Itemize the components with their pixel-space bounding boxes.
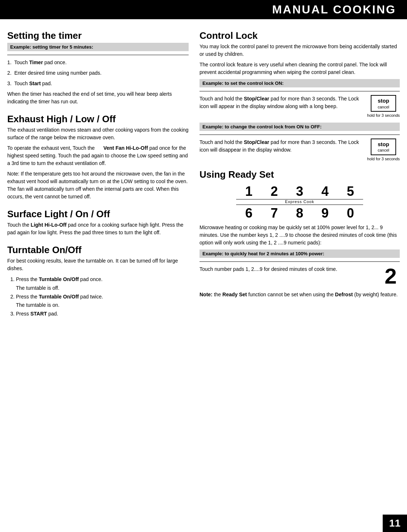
numpad-2: 2: [262, 184, 287, 199]
control-lock-on-text: Touch and hold the Stop/Clear pad for mo…: [200, 95, 360, 110]
numpad-6: 6: [236, 206, 262, 221]
left-column: Setting the timer Example: setting timer…: [7, 26, 189, 326]
control-lock-divider-on: [200, 91, 400, 91]
control-lock-para2: The control lock feature is very useful …: [200, 61, 400, 76]
numpad-0: 0: [338, 206, 363, 221]
surface-section: Surface Light / On / Off Touch the Light…: [7, 209, 189, 236]
turntable-step-1: Press the Turntable On/Off pad once.The …: [16, 275, 189, 293]
timer-divider: [7, 55, 189, 55]
exhaust-heading: Exhaust High / Low / Off: [7, 114, 189, 125]
exhaust-note: Note: If the temperature gets too hot ar…: [7, 170, 189, 201]
numpad-row-2: 6 7 8 9 0: [236, 206, 363, 221]
ready-set-section: Using Ready Set 1 2 3 4 5 Express Cook 6: [200, 169, 400, 298]
defrost-bold: Defrost: [335, 292, 353, 297]
stop-label-off: stop: [375, 141, 392, 148]
control-lock-off-text: Touch and hold the Stop/Clear pad for mo…: [200, 139, 360, 154]
turntable-heading: Turntable On/Off: [7, 244, 189, 256]
cancel-label-off: cancel: [375, 148, 392, 153]
turntable-bold-2: Turntable On/Off: [39, 294, 79, 300]
stop-button-on: stop cancel: [371, 95, 396, 112]
main-content: Setting the timer Example: setting timer…: [0, 19, 407, 341]
ready-set-heading: Using Ready Set: [200, 169, 400, 180]
ready-set-note: Note: the Ready Set function cannot be s…: [200, 291, 400, 298]
control-lock-divider-off: [200, 135, 400, 135]
timer-note: When the timer has reached the end of se…: [7, 90, 189, 106]
stop-clear-bold-on: Stop/Clear: [244, 96, 269, 102]
control-lock-off-button: stop cancel hold for 3 seconds: [367, 139, 400, 161]
timer-step-2: 2. Enter desired time using number pads.: [7, 69, 189, 77]
turntable-step-2: Press the Turntable On/Off pad twice.The…: [16, 293, 189, 310]
page-title: MANUAL COOKING: [272, 3, 396, 16]
numpad-4: 4: [312, 184, 338, 199]
timer-step-3: 3. Touch Start pad.: [7, 80, 189, 87]
control-lock-example-on: Example: to set the control lock ON:: [200, 79, 400, 87]
page-header: MANUAL COOKING: [0, 0, 407, 19]
turntable-intro: For best cooking results, leave the turn…: [7, 257, 189, 272]
turntable-step-3: Press START pad.: [16, 310, 189, 318]
control-lock-on-row: Touch and hold the Stop/Clear pad for mo…: [200, 95, 400, 117]
timer-example-label: Example: setting timer for 5 minutes:: [7, 43, 189, 51]
control-lock-off-row: Touch and hold the Stop/Clear pad for mo…: [200, 139, 400, 161]
stop-button-off: stop cancel: [371, 139, 396, 155]
exhaust-para2: To operate the exhaust vent, Touch the V…: [7, 144, 189, 167]
vent-bold: Vent Fan Hi-Lo-Off: [103, 145, 149, 151]
page-number: 11: [383, 515, 407, 532]
numpad-5: 5: [338, 184, 363, 199]
turntable-section: Turntable On/Off For best cooking result…: [7, 244, 189, 318]
cancel-label-on: cancel: [375, 104, 392, 110]
numpad-7: 7: [262, 206, 287, 221]
exhaust-para2-prefix: To operate the exhaust vent, Touch the: [7, 145, 95, 151]
turntable-bold-1: Turntable On/Off: [39, 276, 79, 282]
numpad-3: 3: [287, 184, 312, 199]
light-label: Light Hi-Lo-Off: [31, 222, 68, 228]
surface-para: Touch the Light Hi-Lo-Off pad once for a…: [7, 221, 189, 236]
numpad-8: 8: [287, 206, 312, 221]
big-number: 2: [382, 265, 400, 287]
numpad-divider-2: [236, 205, 363, 205]
surface-para-prefix: Touch the: [7, 222, 29, 228]
ready-set-bold: Ready Set: [222, 292, 247, 297]
exhaust-para1: The exhaust ventilation moves steam and …: [7, 126, 189, 141]
control-lock-on-button: stop cancel hold for 3 seconds: [367, 95, 400, 117]
timer-bold: Timer: [29, 59, 43, 65]
numpad-row-1: 1 2 3 4 5: [236, 184, 363, 199]
hold-label-on: hold for 3 seconds: [367, 113, 400, 117]
exhaust-vent-label: Vent Fan Hi-Lo-Off: [103, 145, 149, 151]
start-bold-timer: Start: [29, 81, 41, 86]
surface-heading: Surface Light / On / Off: [7, 209, 189, 220]
quick-heat-text: Touch number pads 1, 2....9 for desired …: [200, 265, 374, 273]
numpad-9: 9: [312, 206, 338, 221]
control-lock-para1: You may lock the control panel to preven…: [200, 43, 400, 58]
page: MANUAL COOKING Setting the timer Example…: [0, 0, 407, 532]
right-column: Control Lock You may lock the control pa…: [200, 26, 400, 326]
control-lock-example-off: Example: to change the control lock from…: [200, 123, 400, 131]
numpad-1: 1: [236, 184, 262, 199]
timer-step-1: 1. Touch Timer pad once.: [7, 59, 189, 66]
numpad-grid: 1 2 3 4 5 Express Cook 6 7 8 9 0: [200, 184, 400, 221]
ready-set-para1: Microwave heating or cooking may be quic…: [200, 224, 400, 247]
note-prefix: Note:: [200, 292, 213, 297]
stop-label-on: stop: [375, 97, 392, 104]
timer-heading: Setting the timer: [7, 30, 189, 41]
control-lock-heading: Control Lock: [200, 30, 400, 41]
exhaust-section: Exhaust High / Low / Off The exhaust ven…: [7, 114, 189, 201]
turntable-steps: Press the Turntable On/Off pad once.The …: [16, 275, 189, 318]
ready-set-example-label: Example: to quickly heat for 2 minutes a…: [200, 249, 400, 258]
control-lock-section: Control Lock You may lock the control pa…: [200, 30, 400, 161]
ready-set-divider: [200, 261, 400, 262]
express-cook-label: Express Cook: [236, 199, 363, 204]
timer-section: Setting the timer Example: setting timer…: [7, 30, 189, 106]
start-bold-turntable: START: [30, 311, 47, 317]
stop-clear-bold-off: Stop/Clear: [244, 139, 269, 145]
quick-heat-row: Touch number pads 1, 2....9 for desired …: [200, 265, 400, 287]
hold-label-off: hold for 3 seconds: [367, 157, 400, 161]
